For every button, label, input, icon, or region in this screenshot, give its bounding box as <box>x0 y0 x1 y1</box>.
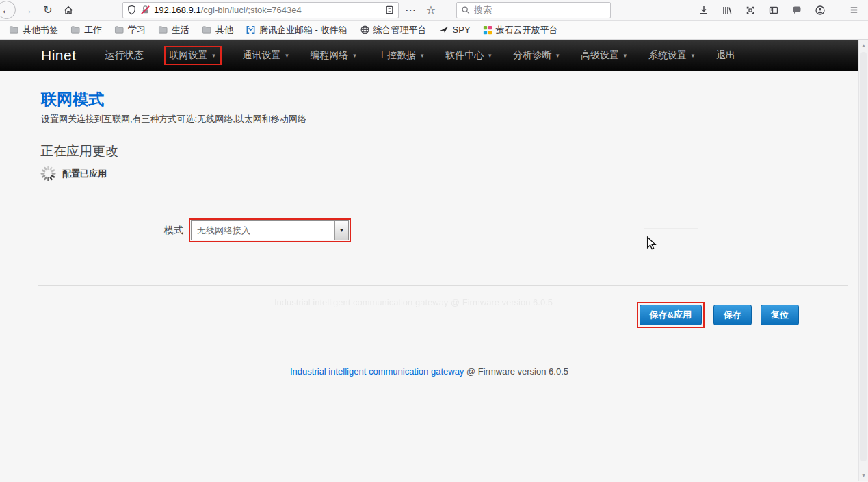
nav-item-logout[interactable]: 退出 <box>716 49 735 62</box>
mode-select[interactable]: 无线网络接入 ▼ <box>191 220 349 240</box>
tracking-shield-icon <box>127 5 137 15</box>
mail-icon <box>246 25 256 35</box>
downloads-button[interactable] <box>695 1 713 19</box>
bookmark-folder-work[interactable]: 工作 <box>66 22 107 38</box>
folder-icon <box>158 25 168 34</box>
mouse-cursor <box>646 236 657 250</box>
site-navbar: Hinet 运行状态 联网设置▼ 通讯设置▼ 编程网络▼ 工控数据▼ 软件中心▼… <box>0 40 858 71</box>
messages-button[interactable] <box>788 1 806 19</box>
chevron-down-icon: ▼ <box>487 53 492 59</box>
bookmark-management-platform[interactable]: 综合管理平台 <box>355 22 432 38</box>
ghost-footer-text: Industrial intelligent communication gat… <box>274 297 553 307</box>
ghost-artifact-line <box>644 228 698 229</box>
folder-icon <box>70 25 81 34</box>
page-subtitle: 设置网关连接到互联网,有三种方式可选:无线网络,以太网和移动网络 <box>41 113 306 125</box>
toolbar-separator <box>837 3 837 16</box>
chevron-down-icon: ▼ <box>690 53 696 59</box>
screenshot-button[interactable] <box>741 1 759 19</box>
save-button[interactable]: 保存 <box>713 305 752 325</box>
nav-item-communication-settings[interactable]: 通讯设置▼ <box>242 49 289 62</box>
search-bar[interactable] <box>456 2 611 18</box>
nav-item-label: 运行状态 <box>105 49 144 62</box>
nav-item-software-center[interactable]: 软件中心▼ <box>445 49 492 62</box>
browser-toolbar: ← → ↻ 192.168.9.1/cgi-bin/luci/;stok=764… <box>0 0 868 21</box>
scrollbar-up-arrow[interactable]: ▲ <box>859 42 868 49</box>
mode-select-arrow-button[interactable]: ▼ <box>334 221 348 240</box>
bookmark-ezviz-platform[interactable]: 萤石云开放平台 <box>478 22 563 38</box>
search-input[interactable] <box>474 5 606 15</box>
bookmark-folder-other-bookmarks[interactable]: 其他书签 <box>4 22 63 38</box>
bookmark-label: 其他书签 <box>23 24 58 36</box>
folder-icon <box>202 25 212 34</box>
page-column: Hinet 运行状态 联网设置▼ 通讯设置▼ 编程网络▼ 工控数据▼ 软件中心▼… <box>0 40 858 481</box>
page-scrollbar[interactable]: ▲ ▼ <box>858 40 868 481</box>
scrollbar-thumb[interactable] <box>860 52 867 461</box>
nav-item-label: 分析诊断 <box>513 49 551 62</box>
footer-gateway-link[interactable]: Industrial intelligent communication gat… <box>290 366 464 377</box>
reload-button[interactable]: ↻ <box>39 1 57 19</box>
nav-item-programming-network[interactable]: 编程网络▼ <box>310 49 357 62</box>
plane-icon <box>439 25 449 35</box>
sidebar-toggle-button[interactable] <box>765 1 782 19</box>
url-bar[interactable]: 192.168.9.1/cgi-bin/luci/;stok=7643e4 <box>122 2 399 18</box>
back-arrow-icon: ← <box>1 4 12 16</box>
forward-button[interactable]: → <box>18 1 36 19</box>
section-divider <box>38 285 848 286</box>
loading-spinner-icon <box>39 164 57 183</box>
chevron-down-icon: ▼ <box>622 53 628 59</box>
url-host: 192.168.9.1 <box>154 5 201 15</box>
save-apply-button[interactable]: 保存&应用 <box>640 305 702 325</box>
nav-item-label: 工控数据 <box>378 49 416 62</box>
home-button[interactable] <box>60 1 77 19</box>
menu-button[interactable] <box>845 1 863 19</box>
url-text: 192.168.9.1/cgi-bin/luci/;stok=7643e4 <box>154 5 381 15</box>
reload-icon: ↻ <box>43 3 52 16</box>
page-content: 联网模式 设置网关连接到互联网,有三种方式可选:无线网络,以太网和移动网络 正在… <box>0 71 858 481</box>
library-icon <box>722 5 733 16</box>
account-person-icon <box>815 5 826 16</box>
scrollbar-down-arrow[interactable]: ▼ <box>859 472 868 479</box>
reader-mode-icon[interactable] <box>384 5 395 15</box>
screenshot-crop-icon <box>745 5 756 16</box>
chevron-down-icon: ▼ <box>555 53 560 59</box>
status-message: 配置已应用 <box>62 168 107 180</box>
bookmark-folder-life[interactable]: 生活 <box>153 22 194 38</box>
nav-item-label: 退出 <box>716 49 735 62</box>
forward-arrow-icon: → <box>22 4 33 16</box>
bookmark-star-button[interactable]: ☆ <box>422 1 440 19</box>
bookmark-folder-misc[interactable]: 其他 <box>197 22 238 38</box>
footer-firmware-text: @ Firmware version 6.0.5 <box>464 366 568 377</box>
color-grid-icon <box>483 25 492 35</box>
bookmark-folder-study[interactable]: 学习 <box>109 22 150 38</box>
ghost-footer-link-text: Industrial intelligent communication gat… <box>274 297 448 307</box>
nav-item-analysis-diagnosis[interactable]: 分析诊断▼ <box>513 49 560 62</box>
nav-item-system-settings[interactable]: 系统设置▼ <box>648 49 696 62</box>
library-button[interactable] <box>718 1 736 19</box>
nav-item-industrial-data[interactable]: 工控数据▼ <box>378 49 425 62</box>
page-title: 联网模式 <box>41 89 104 110</box>
download-icon <box>698 5 709 16</box>
account-button[interactable] <box>811 1 829 19</box>
chevron-down-icon: ▼ <box>352 53 357 59</box>
bookmark-label: SPY <box>453 25 471 35</box>
nav-item-advanced-settings[interactable]: 高级设置▼ <box>581 49 628 62</box>
page-footer: Industrial intelligent communication gat… <box>0 366 858 377</box>
bookmark-label: 学习 <box>128 24 146 36</box>
nav-item-running-status[interactable]: 运行状态 <box>105 49 144 62</box>
bookmark-label: 其他 <box>215 24 233 36</box>
annotation-box-mode-select: 无线网络接入 ▼ <box>189 218 351 242</box>
url-path: /cgi-bin/luci/;stok=7643e4 <box>201 5 302 15</box>
nav-item-network-settings[interactable]: 联网设置▼ <box>164 46 222 65</box>
page-actions-button[interactable]: ⋯ <box>402 1 419 19</box>
bookmark-spy[interactable]: SPY <box>434 23 475 37</box>
bookmark-label: 腾讯企业邮箱 - 收件箱 <box>259 24 347 36</box>
back-button[interactable]: ← <box>0 1 16 19</box>
ghost-footer-suffix-text: @ Firmware version 6.0.5 <box>448 297 553 307</box>
nav-item-label: 系统设置 <box>648 49 687 62</box>
status-row: 配置已应用 <box>39 164 107 183</box>
sidebar-icon <box>768 5 779 16</box>
bookmark-tencent-exmail[interactable]: 腾讯企业邮箱 - 收件箱 <box>241 22 352 38</box>
ellipsis-icon: ⋯ <box>405 3 416 16</box>
nav-item-label: 联网设置 <box>170 49 208 62</box>
reset-button[interactable]: 复位 <box>761 305 799 325</box>
